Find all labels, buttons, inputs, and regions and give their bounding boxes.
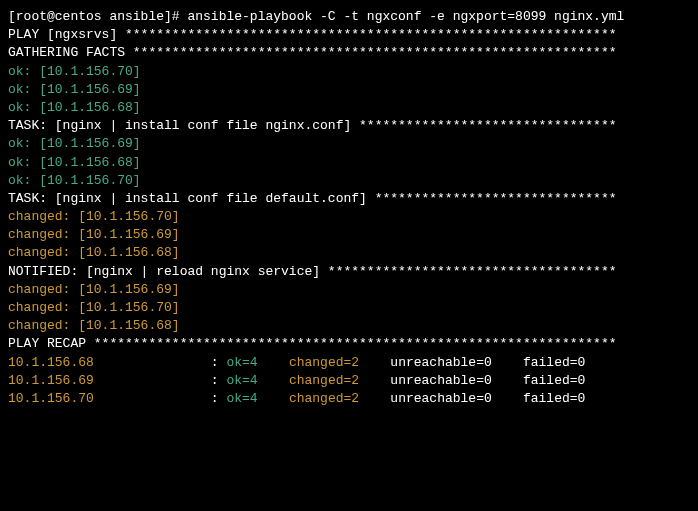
recap-row: 10.1.156.69 : ok=4 changed=2 unreachable… [8, 372, 690, 390]
recap-changed: changed=2 [289, 355, 359, 370]
recap-unreachable: unreachable=0 [390, 373, 491, 388]
recap-host: 10.1.156.70 [8, 391, 94, 406]
recap-changed: changed=2 [289, 373, 359, 388]
task-result: changed: [10.1.156.68] [8, 244, 690, 262]
notified-result: changed: [10.1.156.68] [8, 317, 690, 335]
recap-unreachable: unreachable=0 [390, 391, 491, 406]
task-header: TASK: [nginx | install conf file default… [8, 190, 690, 208]
task-result: ok: [10.1.156.68] [8, 154, 690, 172]
task-result: changed: [10.1.156.69] [8, 226, 690, 244]
gathering-result: ok: [10.1.156.70] [8, 63, 690, 81]
gathering-facts-header: GATHERING FACTS ************************… [8, 44, 690, 62]
recap-changed: changed=2 [289, 391, 359, 406]
notified-header: NOTIFIED: [nginx | reload nginx service]… [8, 263, 690, 281]
recap-ok: ok=4 [226, 355, 257, 370]
shell-prompt[interactable]: [root@centos ansible]# ansible-playbook … [8, 8, 690, 26]
notified-result: changed: [10.1.156.69] [8, 281, 690, 299]
notified-result: changed: [10.1.156.70] [8, 299, 690, 317]
recap-ok: ok=4 [226, 391, 257, 406]
task-result: changed: [10.1.156.70] [8, 208, 690, 226]
play-header: PLAY [ngxsrvs] *************************… [8, 26, 690, 44]
recap-failed: failed=0 [523, 373, 585, 388]
recap-failed: failed=0 [523, 355, 585, 370]
recap-row: 10.1.156.68 : ok=4 changed=2 unreachable… [8, 354, 690, 372]
recap-host: 10.1.156.69 [8, 373, 94, 388]
recap-unreachable: unreachable=0 [390, 355, 491, 370]
task-result: ok: [10.1.156.70] [8, 172, 690, 190]
recap-ok: ok=4 [226, 373, 257, 388]
gathering-result: ok: [10.1.156.69] [8, 81, 690, 99]
recap-failed: failed=0 [523, 391, 585, 406]
task-header: TASK: [nginx | install conf file nginx.c… [8, 117, 690, 135]
play-recap-header: PLAY RECAP *****************************… [8, 335, 690, 353]
gathering-result: ok: [10.1.156.68] [8, 99, 690, 117]
task-result: ok: [10.1.156.69] [8, 135, 690, 153]
recap-row: 10.1.156.70 : ok=4 changed=2 unreachable… [8, 390, 690, 408]
recap-host: 10.1.156.68 [8, 355, 94, 370]
